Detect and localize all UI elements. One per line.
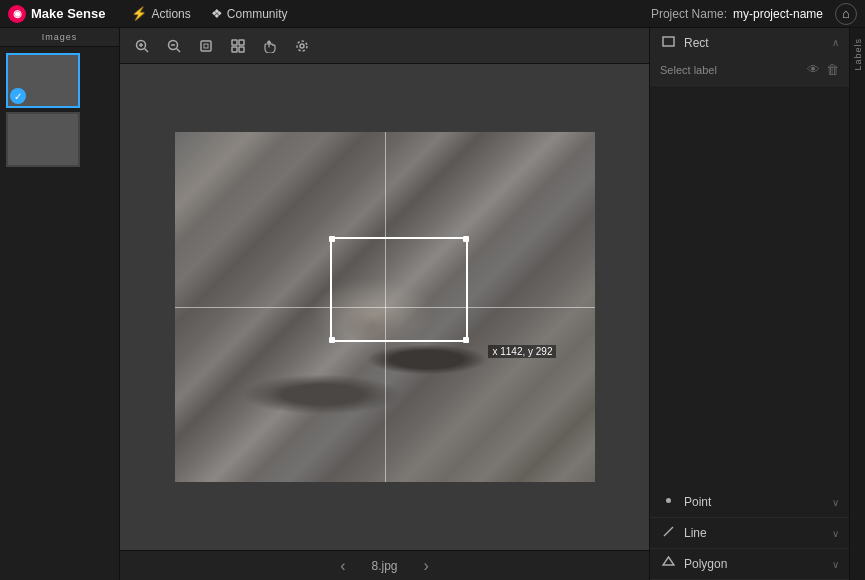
visibility-button[interactable]: 👁: [807, 62, 820, 77]
github-icon: ⌂: [842, 6, 850, 21]
github-link[interactable]: ⌂: [835, 3, 857, 25]
svg-rect-9: [232, 40, 237, 45]
rect-section: Rect ∧ Select label 👁 🗑: [650, 28, 849, 86]
polygon-section[interactable]: Polygon ∨: [650, 549, 849, 580]
polygon-icon: [660, 556, 676, 572]
images-tab[interactable]: Images: [0, 28, 119, 47]
asphalt-image: [175, 132, 595, 482]
svg-rect-7: [201, 41, 211, 51]
bottom-nav: ‹ 8.jpg ›: [120, 550, 649, 580]
zoom-reset-button[interactable]: [224, 32, 252, 60]
settings-button[interactable]: [288, 32, 316, 60]
logo-text: Make Sense: [31, 6, 105, 21]
delete-label-button[interactable]: 🗑: [826, 62, 839, 77]
logo-icon: ◉: [8, 5, 26, 23]
canvas-wrapper[interactable]: x 1142, y 292: [120, 64, 649, 550]
actions-icon: ⚡: [131, 6, 147, 21]
current-filename: 8.jpg: [371, 559, 397, 573]
point-label: Point: [684, 495, 711, 509]
image-thumb-1[interactable]: ✓: [6, 53, 80, 108]
left-sidebar: Images ✓: [0, 28, 120, 580]
rect-label-row: Select label 👁 🗑: [650, 57, 849, 85]
svg-rect-15: [663, 37, 674, 46]
svg-line-17: [664, 527, 673, 536]
svg-rect-11: [232, 47, 237, 52]
svg-marker-18: [663, 557, 674, 565]
right-sidebar: Rect ∧ Select label 👁 🗑: [649, 28, 849, 580]
polygon-label: Polygon: [684, 557, 727, 571]
line-label: Line: [684, 526, 707, 540]
logo[interactable]: ◉ Make Sense: [8, 5, 105, 23]
project-label: Project Name:: [651, 7, 727, 21]
svg-rect-12: [239, 47, 244, 52]
svg-rect-8: [204, 44, 208, 48]
svg-line-6: [177, 48, 181, 52]
project-name: my-project-name: [733, 7, 823, 21]
rect-chevron: ∧: [832, 37, 839, 48]
actions-menu[interactable]: ⚡ Actions: [121, 0, 200, 28]
project-info: Project Name: my-project-name: [651, 7, 823, 21]
labels-tab-label[interactable]: Labels: [853, 32, 863, 77]
svg-rect-10: [239, 40, 244, 45]
line-section[interactable]: Line ∨: [650, 518, 849, 549]
zoom-in-button[interactable]: [128, 32, 156, 60]
rect-header-left: Rect: [660, 35, 709, 50]
image-thumb-2[interactable]: [6, 112, 80, 167]
thumb-check-1: ✓: [10, 88, 26, 104]
images-tab-label: Images: [42, 32, 78, 42]
zoom-fit-button[interactable]: [192, 32, 220, 60]
next-image-button[interactable]: ›: [418, 557, 435, 575]
actions-label: Actions: [151, 7, 190, 21]
svg-point-13: [300, 44, 304, 48]
svg-point-14: [297, 41, 307, 51]
prev-image-button[interactable]: ‹: [334, 557, 351, 575]
point-header-left: Point: [660, 494, 711, 510]
rect-icon: [660, 35, 676, 50]
community-icon: ❖: [211, 6, 223, 21]
point-chevron: ∨: [832, 497, 839, 508]
community-menu[interactable]: ❖ Community: [201, 0, 298, 28]
thumb-road: [8, 114, 78, 165]
canvas-area: x 1142, y 292 ‹ 8.jpg ›: [120, 28, 649, 580]
point-section[interactable]: Point ∨: [650, 487, 849, 518]
line-icon: [660, 525, 676, 541]
svg-point-16: [666, 498, 671, 503]
polygon-chevron: ∨: [832, 559, 839, 570]
line-chevron: ∨: [832, 528, 839, 539]
label-icons: 👁 🗑: [807, 62, 839, 77]
main-area: Images ✓: [0, 28, 865, 580]
rect-header[interactable]: Rect ∧: [650, 28, 849, 57]
point-icon: [660, 494, 676, 510]
top-nav: ◉ Make Sense ⚡ Actions ❖ Community Proje…: [0, 0, 865, 28]
select-label-text[interactable]: Select label: [660, 64, 807, 76]
line-header-left: Line: [660, 525, 707, 541]
canvas-toolbar: [120, 28, 649, 64]
rect-label: Rect: [684, 36, 709, 50]
pan-tool-button[interactable]: [256, 32, 284, 60]
canvas-content: x 1142, y 292: [175, 132, 595, 482]
zoom-out-button[interactable]: [160, 32, 188, 60]
community-label: Community: [227, 7, 288, 21]
labels-side-tab[interactable]: Labels: [849, 28, 865, 580]
polygon-header-left: Polygon: [660, 556, 727, 572]
svg-line-3: [145, 48, 149, 52]
images-grid: ✓: [0, 47, 119, 173]
